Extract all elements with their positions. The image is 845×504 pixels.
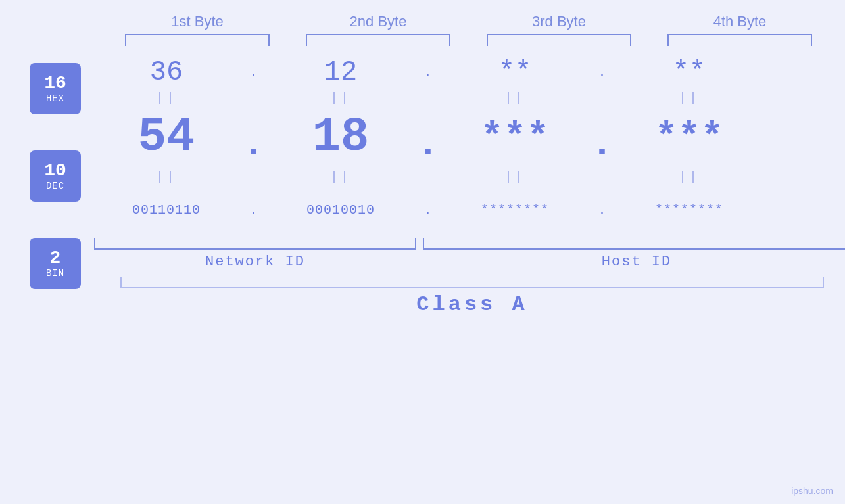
bin-val-1: 00110110 <box>94 202 239 218</box>
base-labels: 16 HEX 10 DEC 2 BIN <box>30 63 81 325</box>
eq-1-4: || <box>617 91 761 106</box>
bracket-byte-1 <box>125 34 270 46</box>
dec-dot-3: . <box>587 108 617 166</box>
id-labels: Network ID Host ID <box>94 254 845 270</box>
eq-2-2: || <box>268 170 413 185</box>
dec-badge: 10 DEC <box>30 150 81 202</box>
byte-label-3: 3rd Byte <box>487 13 631 30</box>
hex-badge: 16 HEX <box>30 63 81 114</box>
bracket-byte-2 <box>306 34 450 46</box>
eq-2-1: || <box>94 170 239 185</box>
bin-badge: 2 BIN <box>30 238 81 289</box>
hex-val-2: 12 <box>268 57 413 88</box>
equals-row-2: || || || || <box>94 167 817 187</box>
bin-row: 00110110 . 00010010 . ******** . *******… <box>94 187 817 233</box>
bracket-byte-4 <box>667 34 812 46</box>
website-label: ipshu.com <box>791 486 833 496</box>
bottom-brackets-row <box>94 238 845 250</box>
bin-dot-1: . <box>239 202 268 218</box>
class-label: Class A <box>94 292 845 317</box>
dec-val-4: *** <box>617 116 761 159</box>
class-bracket <box>120 277 824 288</box>
byte-label-1: 1st Byte <box>125 13 270 30</box>
bin-dot-3: . <box>587 202 617 218</box>
byte-label-4: 4th Byte <box>667 13 812 30</box>
bin-val-2: 00010010 <box>268 202 413 218</box>
eq-1-2: || <box>268 91 413 106</box>
dec-row: 54 . 18 . *** . *** <box>94 108 817 167</box>
hex-dot-3: . <box>587 65 617 80</box>
bin-val-4: ******** <box>617 202 761 218</box>
hex-row: 36 . 12 . ** . ** <box>94 57 817 88</box>
main-container: 1st Byte 2nd Byte 3rd Byte 4th Byte 16 H… <box>0 0 845 504</box>
eq-1-1: || <box>94 91 239 106</box>
dec-dot-1: . <box>239 108 268 166</box>
dec-val-1: 54 <box>94 110 239 164</box>
dec-val-2: 18 <box>268 110 413 164</box>
host-id-label: Host ID <box>423 254 845 270</box>
hex-dot-1: . <box>239 65 268 80</box>
hex-val-4: ** <box>617 57 761 88</box>
network-id-label: Network ID <box>94 254 416 270</box>
hex-val-1: 36 <box>94 57 239 88</box>
bin-val-3: ******** <box>443 202 587 218</box>
byte-label-2: 2nd Byte <box>306 13 450 30</box>
eq-2-4: || <box>617 170 761 185</box>
eq-1-3: || <box>443 91 587 106</box>
equals-row-1: || || || || <box>94 88 817 108</box>
bracket-byte-3 <box>487 34 631 46</box>
hex-dot-2: . <box>413 65 443 80</box>
dec-dot-2: . <box>413 108 443 166</box>
host-id-bracket <box>423 238 845 250</box>
eq-2-3: || <box>443 170 587 185</box>
dec-val-3: *** <box>443 116 587 159</box>
network-id-bracket <box>94 238 416 250</box>
hex-val-3: ** <box>443 57 587 88</box>
bin-dot-2: . <box>413 202 443 218</box>
